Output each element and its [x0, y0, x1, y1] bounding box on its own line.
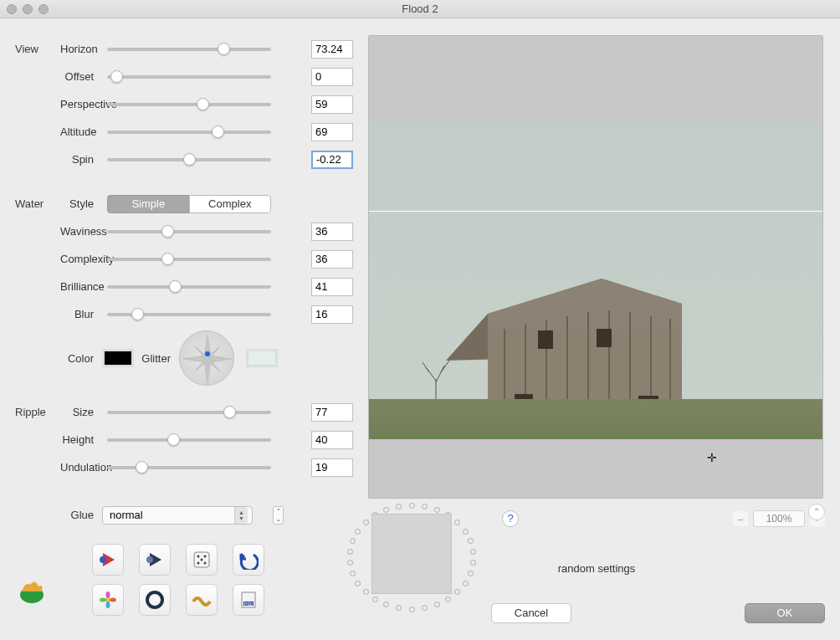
- glue-select[interactable]: normal: [102, 506, 253, 525]
- psd-icon: PSD: [238, 590, 259, 610]
- dial-dot[interactable]: [470, 549, 476, 555]
- glitter-swatch[interactable]: [246, 349, 278, 367]
- play-button[interactable]: [139, 544, 171, 576]
- label-undulation: Undulation: [60, 461, 102, 474]
- label-altitude: Altitude: [60, 125, 102, 138]
- random-settings-dial[interactable]: [350, 505, 499, 619]
- dial-dot[interactable]: [409, 607, 415, 612]
- dial-dot[interactable]: [468, 538, 474, 544]
- dial-dot[interactable]: [468, 571, 474, 576]
- crosshair-icon[interactable]: ✛: [707, 451, 717, 464]
- zoom-out-button[interactable]: –: [733, 511, 748, 526]
- glue-step-down[interactable]: ⌄: [274, 515, 283, 524]
- dial-dot[interactable]: [445, 596, 451, 602]
- slider-complexity[interactable]: [107, 258, 271, 261]
- input-complexity[interactable]: [311, 250, 353, 269]
- ring-button[interactable]: [139, 584, 171, 616]
- ok-button[interactable]: OK: [745, 603, 825, 623]
- input-brilliance[interactable]: [311, 278, 353, 296]
- input-blur[interactable]: [311, 305, 353, 324]
- label-size: Size: [60, 406, 102, 418]
- dial-dot[interactable]: [363, 589, 369, 595]
- svg-text:PSD: PSD: [244, 602, 254, 607]
- slider-horizon[interactable]: [107, 48, 271, 51]
- slider-perspective[interactable]: [107, 103, 271, 106]
- dial-dot[interactable]: [422, 605, 428, 611]
- input-offset[interactable]: [311, 68, 353, 86]
- dial-dot[interactable]: [396, 605, 402, 611]
- collapse-button[interactable]: ⌃: [808, 504, 825, 520]
- dial-dot[interactable]: [372, 596, 378, 602]
- input-height[interactable]: [311, 431, 353, 449]
- svg-point-11: [204, 562, 207, 565]
- controls-panel: View Horizon Offset Perspective Altitude: [0, 18, 363, 640]
- dial-dot[interactable]: [363, 520, 369, 525]
- slider-height[interactable]: [107, 438, 271, 442]
- svg-line-39: [436, 366, 444, 382]
- dial-dot[interactable]: [383, 507, 389, 513]
- slider-undulation[interactable]: [107, 466, 271, 469]
- dial-dot[interactable]: [355, 529, 361, 535]
- dial-dot[interactable]: [383, 602, 389, 607]
- color-swatch[interactable]: [102, 349, 134, 367]
- dial-dot[interactable]: [422, 504, 428, 509]
- dial-dot[interactable]: [463, 581, 469, 586]
- wave-button[interactable]: [186, 584, 218, 616]
- input-size[interactable]: [311, 403, 353, 422]
- dial-dot[interactable]: [347, 549, 353, 555]
- label-style: Style: [60, 197, 102, 210]
- svg-point-9: [201, 559, 203, 561]
- input-waviness[interactable]: [311, 223, 353, 241]
- dial-dot[interactable]: [409, 503, 415, 509]
- slider-size[interactable]: [107, 411, 271, 414]
- input-undulation[interactable]: [311, 458, 353, 477]
- grass-graphic: [369, 399, 822, 439]
- dial-dot[interactable]: [470, 560, 476, 566]
- window-root: Flood 2 View Horizon Offset Perspective: [0, 0, 840, 640]
- style-complex-button[interactable]: Complex: [189, 195, 272, 213]
- help-button[interactable]: ?: [502, 510, 519, 527]
- randomize-button[interactable]: [186, 544, 218, 576]
- glue-step-up[interactable]: ⌃: [274, 507, 283, 515]
- flower-button[interactable]: [92, 584, 124, 616]
- zoom-level[interactable]: 100%: [753, 510, 805, 527]
- svg-point-3: [100, 556, 106, 563]
- slider-blur[interactable]: [107, 313, 271, 316]
- slider-altitude[interactable]: [107, 131, 271, 134]
- dial-dot[interactable]: [355, 581, 361, 586]
- undo-button[interactable]: [233, 544, 264, 576]
- slider-waviness[interactable]: [107, 230, 271, 233]
- dial-dot[interactable]: [396, 504, 402, 509]
- input-perspective[interactable]: [311, 95, 353, 114]
- label-height: Height: [60, 433, 102, 446]
- dice-icon: [192, 550, 212, 570]
- dial-dot[interactable]: [454, 520, 460, 525]
- style-simple-button[interactable]: Simple: [107, 195, 189, 213]
- svg-point-8: [204, 556, 207, 558]
- preview-image: ✛: [369, 123, 822, 433]
- svg-line-41: [441, 361, 449, 372]
- cancel-button[interactable]: Cancel: [491, 603, 571, 623]
- slider-spin[interactable]: [107, 158, 271, 161]
- dial-dot[interactable]: [434, 602, 440, 607]
- preset-button[interactable]: [92, 544, 124, 576]
- dial-dot[interactable]: [350, 571, 356, 576]
- dial-dot[interactable]: [434, 507, 440, 513]
- label-blur: Blur: [60, 308, 102, 320]
- dial-dot[interactable]: [350, 538, 356, 544]
- glitter-compass[interactable]: [179, 330, 234, 386]
- input-spin[interactable]: [311, 151, 353, 169]
- slider-offset[interactable]: [107, 75, 271, 79]
- flower-icon: [98, 590, 118, 610]
- preview-canvas[interactable]: ✛: [368, 35, 823, 499]
- dial-dot[interactable]: [463, 529, 469, 535]
- psd-button[interactable]: PSD: [233, 584, 264, 616]
- dial-dot[interactable]: [347, 560, 353, 566]
- slider-brilliance[interactable]: [107, 285, 271, 289]
- dial-dot[interactable]: [454, 589, 460, 595]
- input-altitude[interactable]: [311, 123, 353, 141]
- label-horizon: Horizon: [60, 43, 102, 55]
- waterline-indicator[interactable]: [369, 436, 822, 438]
- input-horizon[interactable]: [311, 40, 353, 59]
- svg-rect-33: [538, 330, 553, 349]
